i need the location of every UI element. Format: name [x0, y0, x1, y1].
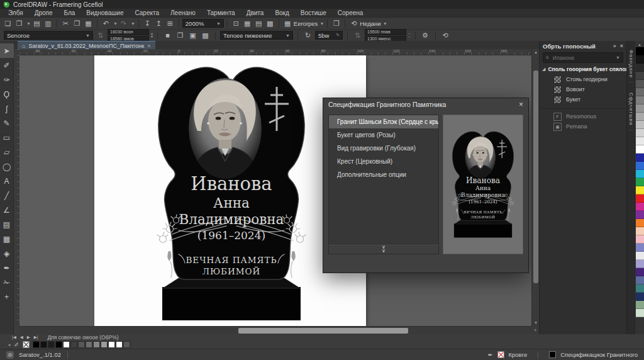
palette-swatch[interactable] [636, 104, 644, 113]
ellipse-tool-icon[interactable]: ◯ [0, 159, 14, 174]
docker-layer-item-2[interactable]: Вовоит [540, 84, 626, 94]
menu-item-2[interactable]: Дропе [29, 9, 58, 17]
menu-item-11[interactable]: Сореена [332, 9, 369, 17]
document-swatch[interactable] [93, 341, 100, 348]
export-icon[interactable]: ↥ [153, 20, 164, 28]
text-tool-icon[interactable]: A [0, 174, 14, 188]
specification-list[interactable]: Гранит Шаньси Блэк (Сердце с крылом)Буке… [328, 115, 439, 254]
zoom-caret-icon[interactable]: ▼ [216, 21, 221, 26]
menu-item-9[interactable]: Вокд [269, 9, 294, 17]
smudge-tool-icon[interactable]: ✑ [0, 72, 14, 87]
specification-dialog[interactable]: Спецификация Гранитного Памятника × Гран… [323, 98, 529, 273]
no-color-swatch[interactable] [23, 341, 30, 348]
docker-close-icon[interactable]: × [620, 43, 623, 49]
recent-label[interactable]: Недани [360, 20, 380, 27]
drawing-canvas[interactable]: Спецификация Гранитного Памятника × Гран… [19, 55, 531, 326]
angle-field[interactable]: 5bw ✎ [315, 31, 343, 40]
export-preset-label[interactable]: Eerorpes [294, 20, 318, 27]
palette-swatch[interactable] [636, 186, 644, 194]
scrollbar-corner-zoom-icon[interactable]: + [531, 326, 539, 334]
spec-option-5[interactable]: Дополнительные опции [329, 168, 438, 181]
palette-swatch[interactable] [636, 252, 644, 260]
menu-item-10[interactable]: Востише [295, 9, 332, 17]
docker-side-tab-2[interactable]: Сфдчегшва [628, 89, 634, 130]
monument-artwork[interactable] [153, 65, 309, 322]
recent-caret-icon[interactable]: ▼ [383, 21, 387, 26]
document-swatch[interactable] [33, 341, 40, 348]
pick-tool-icon[interactable]: ➤ [0, 43, 14, 58]
palette-swatch[interactable] [636, 227, 644, 235]
zoom-tool-icon[interactable]: Ϙ [0, 87, 14, 101]
align-a-icon[interactable]: ▣ [187, 31, 198, 40]
docker-extra-item-2[interactable]: ▣Pemana [540, 121, 626, 132]
undo-icon[interactable]: ↶ [101, 20, 111, 28]
palette-swatch[interactable] [636, 55, 644, 64]
home-icon[interactable]: ⌂ [22, 43, 25, 49]
document-swatch[interactable] [55, 341, 62, 348]
spin-down-icon[interactable]: ▾ [151, 35, 153, 38]
palette-swatch[interactable] [636, 121, 644, 129]
sort-icon[interactable]: ≡ [546, 55, 549, 60]
document-swatch[interactable] [108, 341, 115, 348]
palette-swatch[interactable] [636, 88, 644, 96]
copy-icon[interactable]: ❐ [72, 20, 82, 28]
document-swatch[interactable] [101, 341, 108, 348]
recent-icon[interactable]: ⟲ [348, 20, 359, 28]
spec-option-2[interactable]: Букет цветов (Розы) [329, 128, 438, 142]
palette-swatch[interactable] [636, 129, 644, 137]
grid-options-icon[interactable]: ▦ [282, 20, 293, 28]
shape-tool-icon[interactable]: ✐ [0, 58, 14, 72]
vertical-scroll-thumb[interactable] [533, 70, 538, 283]
document-swatch[interactable] [70, 341, 77, 348]
palette-swatch[interactable] [636, 309, 644, 317]
window-layout-icon[interactable]: ❒ [331, 20, 341, 28]
collapse-triangle-icon[interactable]: ◢ [542, 67, 545, 72]
fill-tool-icon[interactable]: ◈ [0, 246, 14, 261]
docker-search-input[interactable] [552, 54, 613, 62]
docker-side-tab-1[interactable]: Фаппдане [628, 46, 634, 82]
palette-swatch[interactable] [636, 211, 644, 219]
horizontal-ruler[interactable]: -80-60-40-20020406080100120140160180 [19, 49, 531, 55]
layer-group-header[interactable]: ◢ Споль гооорния букет спяложеванный [540, 64, 626, 74]
list-scroll-hint[interactable]: ∨ ∨ [328, 245, 439, 254]
dialog-title-bar[interactable]: Спецификация Гранитного Памятника × [323, 98, 528, 111]
width-field[interactable]: 15500 пнав [365, 29, 406, 35]
spec-option-4[interactable]: Крест (Церковный) [329, 155, 438, 168]
palette-swatch[interactable] [636, 137, 644, 145]
eyedropper-icon[interactable]: ✐ [14, 342, 19, 348]
palette-swatch[interactable] [636, 170, 644, 178]
height-minus-icon[interactable]: − [408, 35, 411, 38]
palette-swatch[interactable] [636, 301, 644, 309]
document-swatch[interactable] [123, 341, 130, 348]
palette-swatch[interactable] [636, 284, 644, 293]
palette-swatch[interactable] [636, 64, 644, 72]
palette-swatch[interactable] [636, 113, 644, 121]
docker-layer-item-1[interactable]: Стояь геодерни [540, 74, 626, 84]
page-nav-button-3[interactable]: ▶ [25, 335, 32, 340]
menu-item-4[interactable]: Видновашие [80, 9, 129, 17]
undo-caret-icon[interactable]: ▼ [113, 21, 118, 26]
frame-tool-icon[interactable]: ▤ [0, 217, 14, 232]
palette-swatch[interactable] [636, 96, 644, 104]
angle-pencil-icon[interactable]: ✎ [336, 33, 340, 38]
rows-view-icon[interactable]: ▤ [253, 20, 264, 28]
export-alt-icon[interactable]: ⊞ [165, 20, 175, 28]
save-icon[interactable]: ▤ [31, 20, 42, 28]
docker-expand-icon[interactable]: » [613, 43, 616, 49]
x-position-field[interactable]: 16030 воон [108, 29, 149, 35]
eyedropper-tool-icon[interactable]: ✁ [0, 275, 14, 290]
palette-scroll-up-icon[interactable]: ▴ [638, 42, 641, 47]
paste-icon[interactable]: ▦ [83, 20, 94, 28]
fill-none-swatch[interactable] [497, 351, 504, 358]
rectangle-tool-icon[interactable]: ▭ [0, 130, 14, 145]
palette-swatch[interactable] [636, 219, 644, 227]
duplicate-icon[interactable]: ❐ [175, 31, 186, 40]
line-tool-icon[interactable]: ╱ [0, 188, 14, 203]
docker-layer-item-3[interactable]: Букет [540, 94, 626, 104]
import-icon[interactable]: ↧ [142, 20, 153, 28]
palette-swatch[interactable] [636, 244, 644, 252]
settings-gear-icon[interactable]: ⚙ [420, 31, 431, 40]
palette-swatch[interactable] [636, 145, 644, 154]
polygon-tool-icon[interactable]: ▱ [0, 145, 14, 159]
filter-icon[interactable]: ▼ [616, 55, 620, 60]
